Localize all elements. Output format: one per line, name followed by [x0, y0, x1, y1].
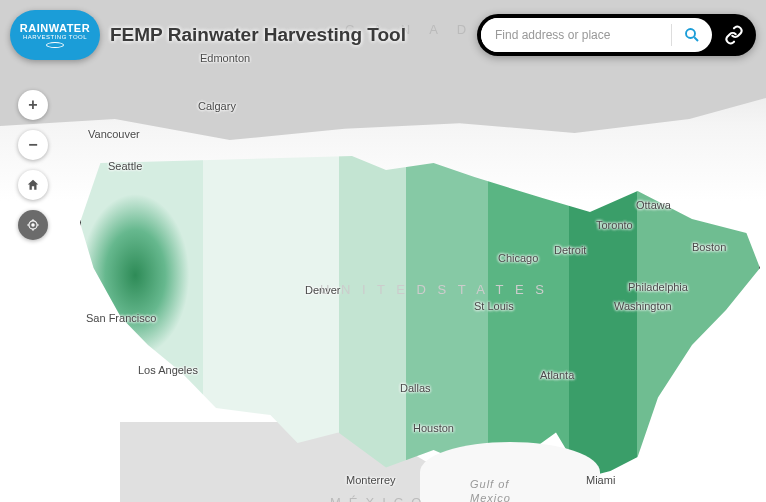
app-title: FEMP Rainwater Harvesting Tool: [110, 24, 406, 46]
search-icon: [683, 26, 701, 44]
locate-icon: [26, 218, 40, 232]
header-toolbar: [477, 14, 756, 56]
svg-point-3: [32, 224, 34, 226]
home-icon: [26, 178, 40, 192]
link-icon: [724, 25, 744, 45]
precipitation-choropleth: [80, 135, 760, 485]
logo-line2: HARVESTING TOOL: [23, 34, 87, 40]
svg-line-1: [694, 37, 698, 41]
search-box: [481, 18, 712, 52]
zoom-out-button[interactable]: −: [18, 130, 48, 160]
locate-me-button[interactable]: [18, 210, 48, 240]
basemap: [0, 0, 766, 502]
map-controls: + −: [18, 90, 48, 240]
us-precipitation-layer: [80, 135, 760, 485]
svg-point-0: [686, 29, 695, 38]
map-viewport[interactable]: EdmontonCalgaryVancouverSeattleSan Franc…: [0, 0, 766, 502]
gulf-of-mexico: [420, 442, 600, 502]
share-link-button[interactable]: [716, 18, 752, 52]
app-header: RAINWATER HARVESTING TOOL FEMP Rainwater…: [0, 0, 766, 70]
logo-line1: RAINWATER: [20, 22, 90, 34]
app-logo[interactable]: RAINWATER HARVESTING TOOL: [10, 10, 100, 60]
zoom-in-button[interactable]: +: [18, 90, 48, 120]
search-input[interactable]: [481, 18, 671, 52]
home-extent-button[interactable]: [18, 170, 48, 200]
search-button[interactable]: [672, 18, 712, 52]
water-drop-icon: [46, 42, 64, 48]
